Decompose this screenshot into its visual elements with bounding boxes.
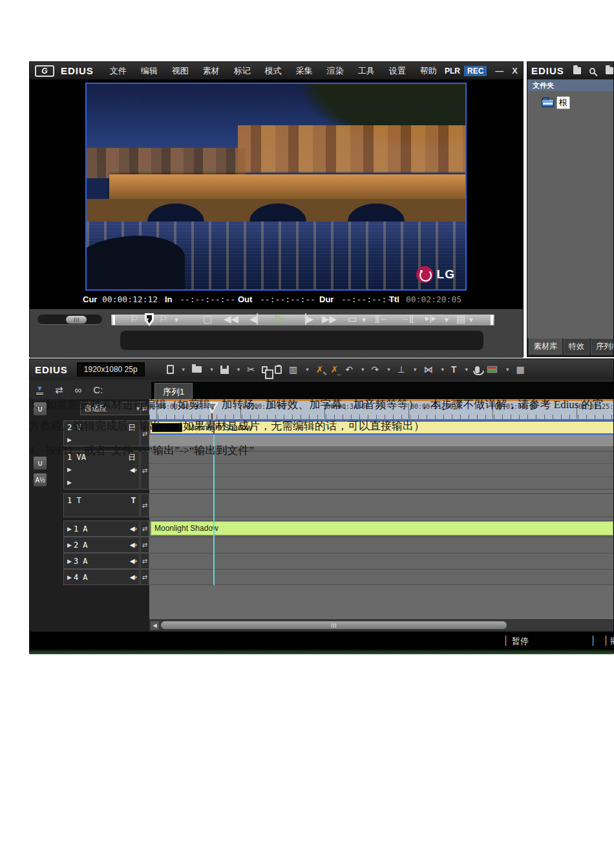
menu-render[interactable]: 渲染 — [320, 65, 351, 77]
speaker-icon[interactable]: ◀» — [130, 557, 136, 564]
title-dropdown[interactable]: ▾ — [465, 366, 469, 373]
close-button[interactable]: X — [512, 66, 518, 76]
audio-clip-moonlight-shadow[interactable]: Moonlight Shadow — [151, 521, 613, 535]
track-1t-sync-icon[interactable]: ⇄ — [140, 493, 149, 517]
export-dropdown[interactable]: ▾ — [469, 315, 473, 324]
transition-dropdown[interactable]: ▾ — [441, 366, 444, 373]
track-header-3a[interactable]: ▶ 3 A ◀» — [63, 553, 140, 569]
title-track-icon[interactable]: T — [131, 496, 136, 505]
play-around-dropdown[interactable]: ▾ — [445, 315, 449, 324]
sync-mode-icon[interactable]: ⇄ — [55, 385, 63, 395]
set-in-dropdown[interactable]: ▾ — [145, 315, 149, 324]
menu-marker[interactable]: 标记 — [227, 65, 258, 77]
menu-settings[interactable]: 设置 — [382, 65, 413, 77]
stop-button[interactable]: ▢ — [203, 313, 212, 325]
menu-capture[interactable]: 采集 — [289, 65, 320, 77]
scroll-handle[interactable] — [161, 621, 507, 629]
menu-edit[interactable]: 编辑 — [134, 65, 165, 77]
clipped-tool-icon[interactable] — [606, 67, 613, 74]
expand-track-icon[interactable]: ▶ — [67, 466, 72, 473]
open-project-icon[interactable] — [192, 366, 202, 373]
expand-track-icon[interactable]: ▶ — [67, 479, 72, 486]
save-project-icon[interactable] — [220, 366, 229, 374]
track-4a-sync-icon[interactable]: ⇄ — [140, 569, 149, 585]
track-header-4a[interactable]: ▶ 4 A ◀» — [63, 569, 140, 585]
render-export-icon[interactable] — [487, 366, 498, 373]
ripple-mode-icon[interactable]: ∞ — [74, 385, 81, 395]
speaker-icon[interactable]: ◀» — [130, 574, 136, 581]
expand-track-icon[interactable]: ▶ — [67, 558, 72, 564]
minimize-button[interactable]: — — [495, 66, 503, 76]
goto-out-button[interactable]: →][ — [401, 313, 414, 324]
set-out-dropdown[interactable]: ▾ — [175, 315, 178, 324]
render-dropdown[interactable]: ▾ — [506, 366, 509, 373]
scroll-left-button[interactable]: ◀ — [151, 621, 159, 630]
speaker-icon[interactable]: ◀» — [130, 525, 136, 532]
ripple-delete-icon[interactable]: ✗ ← — [330, 364, 338, 375]
bin-folder-tree[interactable]: 根 — [527, 91, 613, 338]
search-icon[interactable] — [589, 68, 595, 74]
loop-dropdown[interactable]: ▾ — [362, 315, 366, 324]
play-around-cursor-button[interactable]: ▸|▸ — [425, 313, 436, 324]
track-patch-icon[interactable]: ▼ — [36, 384, 43, 395]
menu-file[interactable]: 文件 — [103, 65, 134, 77]
export-button[interactable]: ▤ — [456, 313, 465, 325]
set-out-point-button[interactable]: ⚐ — [159, 313, 167, 325]
expand-track-icon[interactable]: ▶ — [67, 542, 72, 548]
tab-effects[interactable]: 特效 — [564, 338, 589, 355]
redo-icon[interactable]: ↷ — [371, 365, 379, 374]
menu-help[interactable]: 帮助 — [413, 65, 444, 77]
loop-play-button[interactable]: ▭ — [348, 313, 357, 325]
menu-clip[interactable]: 素材 — [196, 65, 227, 77]
expand-track-icon[interactable]: ▶ — [67, 574, 72, 581]
root-folder-item[interactable]: 根 — [542, 96, 570, 109]
bin-window-icon[interactable]: ▥ — [289, 365, 297, 374]
paste-icon[interactable] — [275, 366, 282, 374]
title-tool-icon[interactable]: T — [451, 365, 457, 374]
new-folder-icon[interactable] — [573, 67, 581, 74]
new-sequence-icon[interactable] — [167, 365, 174, 374]
set-in-point-button[interactable]: ⚐ — [130, 313, 138, 325]
track-header-1a[interactable]: ▶ 1 A ◀» — [63, 521, 140, 537]
rewind-button[interactable]: ◀◀ — [224, 313, 238, 325]
rec-mode-button[interactable]: REC — [464, 66, 487, 76]
new-sequence-dropdown[interactable]: ▾ — [182, 366, 185, 373]
root-folder-label[interactable]: 根 — [556, 96, 570, 109]
audio-mixer-icon[interactable]: ▦ — [516, 365, 525, 374]
va-patch-a12-button[interactable]: A½ — [33, 473, 47, 487]
undo-dropdown[interactable]: ▾ — [361, 366, 365, 373]
speaker-icon[interactable]: ◀» — [130, 541, 136, 548]
track-header-2a[interactable]: ▶ 2 A ◀» — [63, 537, 140, 553]
open-project-dropdown[interactable]: ▾ — [210, 366, 213, 373]
extend-mode-icon[interactable]: C: — [93, 385, 103, 395]
track-header-1t[interactable]: 1 T T — [63, 493, 140, 517]
redo-dropdown[interactable]: ▾ — [387, 366, 390, 373]
menu-tools[interactable]: 工具 — [351, 65, 382, 77]
prev-frame-button[interactable]: ◀▏ — [249, 313, 264, 325]
track-1a-sync-icon[interactable]: ⇄ — [140, 521, 149, 537]
transition-icon[interactable]: ⋈ — [423, 365, 432, 374]
menu-mode[interactable]: 模式 — [258, 65, 289, 77]
track-3a-sync-icon[interactable]: ⇄ — [140, 553, 149, 569]
next-frame-button[interactable]: ▕▶ — [299, 313, 313, 325]
razor-dropdown[interactable]: ▾ — [414, 366, 417, 373]
delete-in-out-icon[interactable]: ✗ ✎ — [316, 364, 324, 375]
fast-forward-button[interactable]: ▶▶ — [322, 313, 337, 325]
voiceover-mic-icon[interactable] — [475, 366, 480, 373]
plr-mode-button[interactable]: PLR — [445, 67, 460, 76]
tab-sequence-marker[interactable]: 序列标记 — [591, 338, 614, 355]
track-2a-sync-icon[interactable]: ⇄ — [140, 537, 149, 553]
save-project-dropdown[interactable]: ▾ — [237, 366, 240, 373]
menu-view[interactable]: 视图 — [165, 65, 196, 77]
speaker-icon[interactable]: ◀» — [130, 466, 136, 473]
expand-track-icon[interactable]: ▶ — [67, 437, 72, 443]
shuttle-handle[interactable] — [66, 316, 87, 324]
copy-icon[interactable] — [262, 366, 268, 373]
play-button[interactable]: ▷ — [275, 312, 284, 326]
va-patch-u-button[interactable]: ∪ — [33, 456, 47, 470]
timeline-hscrollbar[interactable]: ◀ — [149, 619, 613, 630]
goto-in-button[interactable]: ][← — [375, 313, 388, 324]
undo-icon[interactable]: ↶ — [345, 365, 353, 374]
bin-window-dropdown[interactable]: ▾ — [306, 366, 309, 373]
shuttle-slider[interactable] — [37, 315, 102, 325]
